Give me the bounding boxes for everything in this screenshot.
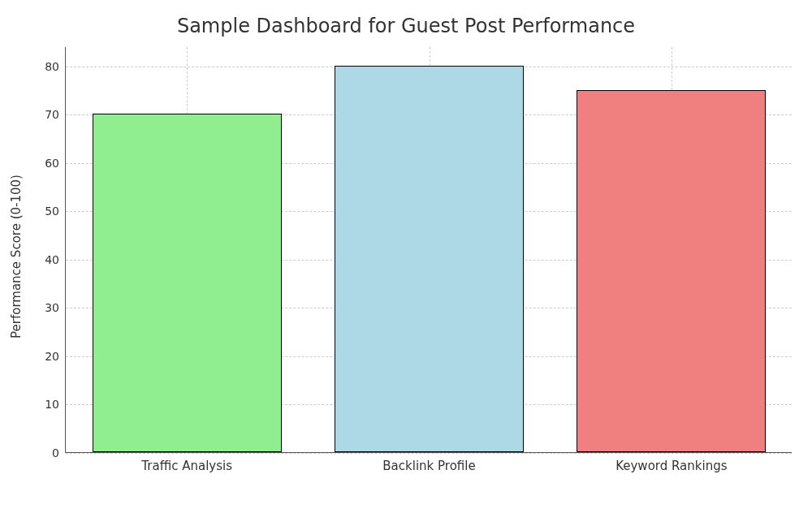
bar-backlink-profile [335, 66, 524, 452]
y-tick-label: 20 [45, 350, 66, 363]
y-axis-label: Performance Score (0-100) [9, 175, 24, 338]
y-tick-label: 0 [52, 446, 66, 459]
x-tick-label: Backlink Profile [382, 452, 475, 473]
bar-traffic-analysis [93, 114, 282, 452]
y-tick-label: 10 [45, 398, 66, 411]
y-tick-label: 60 [45, 157, 66, 170]
x-tick-label: Keyword Rankings [615, 452, 727, 473]
y-tick-label: 70 [45, 108, 66, 121]
chart-container: Sample Dashboard for Guest Post Performa… [0, 0, 812, 513]
bar-keyword-rankings [577, 90, 766, 452]
y-tick-label: 40 [45, 253, 66, 266]
y-tick-label: 30 [45, 301, 66, 314]
plot-area: 01020304050607080Traffic AnalysisBacklin… [65, 47, 792, 453]
x-tick-label: Traffic Analysis [141, 452, 232, 473]
y-tick-label: 80 [45, 60, 66, 73]
y-tick-label: 50 [45, 205, 66, 218]
chart-title: Sample Dashboard for Guest Post Performa… [0, 15, 812, 37]
